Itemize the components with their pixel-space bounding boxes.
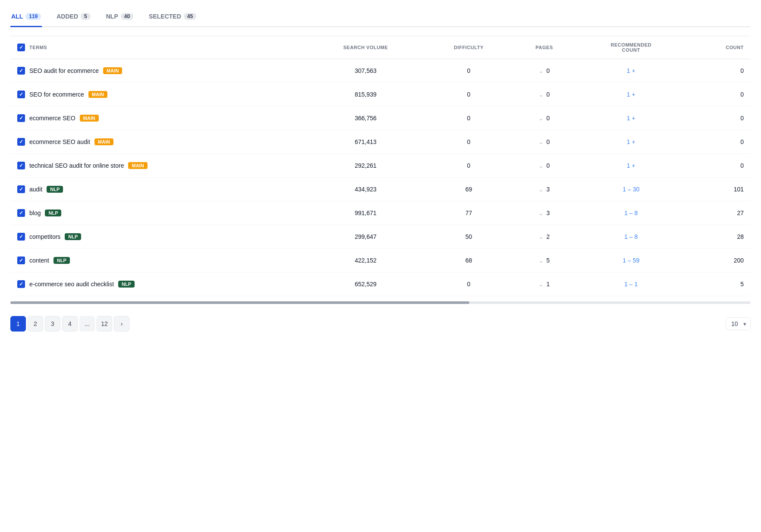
pages-chevron-7[interactable]: ⌄: [539, 234, 543, 240]
page-btn-3[interactable]: 3: [45, 316, 60, 332]
tab-all[interactable]: ALL119: [10, 9, 42, 27]
row-checkbox-7[interactable]: [17, 233, 25, 241]
per-page-select[interactable]: 10 25 50: [726, 317, 751, 330]
recommended-count-link-8[interactable]: 1 – 59: [623, 257, 639, 264]
count-cell-0: 0: [686, 59, 751, 83]
term-cell-4: technical SEO audit for online store Mai…: [10, 154, 306, 178]
row-checkbox-8[interactable]: [17, 257, 25, 264]
tab-label-selected: SELECTED: [149, 13, 181, 20]
recommended-count-link-2[interactable]: 1 +: [627, 115, 635, 122]
table-row: blog NLP 991,671 77 ⌄ 3 1 – 8 27: [10, 201, 751, 225]
page-btn-12[interactable]: 12: [97, 316, 112, 332]
term-cell-0: SEO audit for ecommerce Main: [10, 59, 306, 83]
per-page-selector: 10 25 50: [726, 317, 751, 330]
scrollbar-thumb[interactable]: [10, 301, 469, 304]
select-all-checkbox[interactable]: [17, 44, 25, 51]
recommended-count-cell-0: 1 +: [576, 59, 686, 83]
row-checkbox-6[interactable]: [17, 209, 25, 217]
recommended-count-cell-2: 1 +: [576, 106, 686, 130]
tab-count-added: 5: [81, 13, 91, 20]
search-volume-cell-2: 366,756: [306, 106, 425, 130]
recommended-count-link-4[interactable]: 1 +: [627, 162, 635, 169]
row-checkbox-5[interactable]: [17, 185, 25, 193]
table-row: ecommerce SEO audit Main 671,413 0 ⌄ 0 1…: [10, 130, 751, 154]
difficulty-column-header: DIFFICULTY: [425, 36, 513, 59]
count-cell-1: 0: [686, 83, 751, 106]
pages-chevron-9[interactable]: ⌄: [539, 282, 543, 288]
tab-selected[interactable]: SELECTED45: [148, 9, 197, 27]
table-row: SEO for ecommerce Main 815,939 0 ⌄ 0 1 +…: [10, 83, 751, 106]
pages-chevron-1[interactable]: ⌄: [539, 92, 543, 98]
difficulty-cell-5: 69: [425, 178, 513, 201]
recommended-count-cell-7: 1 – 8: [576, 225, 686, 249]
pages-chevron-6[interactable]: ⌄: [539, 210, 543, 216]
term-badge-6: NLP: [45, 210, 61, 216]
horizontal-scrollbar[interactable]: [10, 301, 751, 304]
row-checkbox-1[interactable]: [17, 91, 25, 98]
pages-chevron-4[interactable]: ⌄: [539, 163, 543, 169]
tab-added[interactable]: ADDED5: [56, 9, 91, 27]
recommended-count-link-6[interactable]: 1 – 8: [624, 210, 638, 216]
row-checkbox-9[interactable]: [17, 280, 25, 288]
term-badge-8: NLP: [53, 257, 70, 264]
recommended-count-cell-3: 1 +: [576, 130, 686, 154]
recommended-count-link-3[interactable]: 1 +: [627, 138, 635, 145]
pages-chevron-0[interactable]: ⌄: [539, 68, 543, 74]
recommended-count-cell-6: 1 – 8: [576, 201, 686, 225]
page-btn-4[interactable]: 4: [62, 316, 78, 332]
pages-chevron-2[interactable]: ⌄: [539, 116, 543, 122]
count-column-header: COUNT: [686, 36, 751, 59]
difficulty-cell-3: 0: [425, 130, 513, 154]
recommended-count-cell-5: 1 – 30: [576, 178, 686, 201]
pages-cell-4: ⌄ 0: [513, 154, 575, 178]
difficulty-cell-7: 50: [425, 225, 513, 249]
difficulty-cell-8: 68: [425, 249, 513, 272]
recommended-count-link-7[interactable]: 1 – 8: [624, 233, 638, 240]
pages-chevron-5[interactable]: ⌄: [539, 187, 543, 193]
tab-bar: ALL119ADDED5NLP40SELECTED45: [10, 9, 751, 27]
row-checkbox-4[interactable]: [17, 162, 25, 169]
term-text-0: SEO audit for ecommerce: [29, 67, 99, 74]
search-volume-cell-4: 292,261: [306, 154, 425, 178]
keyword-table-wrapper: TERMS SEARCH VOLUME DIFFICULTY PAGES REC…: [10, 36, 751, 296]
term-cell-7: competitors NLP: [10, 225, 306, 249]
recommended-count-link-5[interactable]: 1 – 30: [623, 186, 639, 193]
recommended-count-cell-4: 1 +: [576, 154, 686, 178]
term-cell-1: SEO for ecommerce Main: [10, 83, 306, 106]
count-cell-4: 0: [686, 154, 751, 178]
pages-column-header: PAGES: [513, 36, 575, 59]
term-badge-4: Main: [128, 162, 147, 169]
table-row: technical SEO audit for online store Mai…: [10, 154, 751, 178]
search-volume-cell-6: 991,671: [306, 201, 425, 225]
pages-chevron-3[interactable]: ⌄: [539, 139, 543, 145]
page-btn-1[interactable]: 1: [10, 316, 26, 332]
term-text-3: ecommerce SEO audit: [29, 138, 90, 145]
table-body: SEO audit for ecommerce Main 307,563 0 ⌄…: [10, 59, 751, 296]
tab-nlp[interactable]: NLP40: [105, 9, 134, 27]
table-row: content NLP 422,152 68 ⌄ 5 1 – 59 200: [10, 249, 751, 272]
difficulty-cell-1: 0: [425, 83, 513, 106]
pages-cell-0: ⌄ 0: [513, 59, 575, 83]
tab-label-nlp: NLP: [106, 13, 118, 20]
recommended-count-link-0[interactable]: 1 +: [627, 67, 635, 74]
term-cell-3: ecommerce SEO audit Main: [10, 130, 306, 154]
row-checkbox-2[interactable]: [17, 114, 25, 122]
term-badge-5: NLP: [47, 186, 63, 193]
table-row: ecommerce SEO Main 366,756 0 ⌄ 0 1 + 0: [10, 106, 751, 130]
row-checkbox-0[interactable]: [17, 67, 25, 75]
difficulty-cell-2: 0: [425, 106, 513, 130]
term-cell-5: audit NLP: [10, 178, 306, 201]
table-row: e-commerce seo audit checklist NLP 652,5…: [10, 272, 751, 296]
recommended-count-link-9[interactable]: 1 – 1: [624, 281, 638, 288]
search-volume-column-header: SEARCH VOLUME: [306, 36, 425, 59]
row-checkbox-3[interactable]: [17, 138, 25, 146]
tab-count-nlp: 40: [121, 13, 133, 20]
page-btn-2[interactable]: 2: [28, 316, 43, 332]
term-text-6: blog: [29, 210, 41, 216]
pagination-next-button[interactable]: ›: [114, 316, 129, 332]
count-cell-3: 0: [686, 130, 751, 154]
recommended-count-link-1[interactable]: 1 +: [627, 91, 635, 98]
pages-chevron-8[interactable]: ⌄: [539, 258, 543, 264]
search-volume-cell-8: 422,152: [306, 249, 425, 272]
count-cell-2: 0: [686, 106, 751, 130]
